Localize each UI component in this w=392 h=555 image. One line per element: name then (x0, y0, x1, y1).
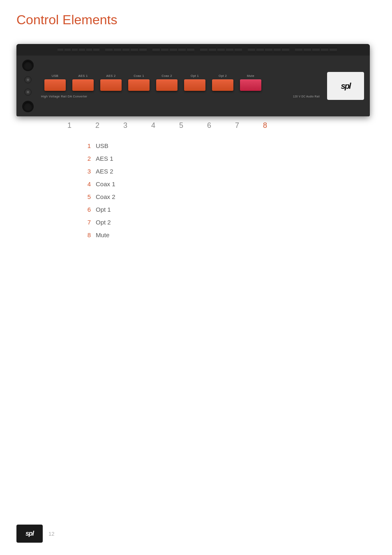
control-btn-coax2[interactable] (156, 79, 178, 91)
legend-num-5: 5 (84, 193, 91, 200)
legend-item-5: 5 Coax 2 (84, 193, 376, 200)
control-label-aes1: AES 1 (78, 74, 88, 78)
page-title: Control Elements (16, 12, 376, 28)
number-3: 3 (111, 121, 139, 130)
legend-num-2: 2 (84, 155, 91, 162)
control-btn-opt1[interactable] (184, 79, 205, 91)
legend-label-5: Coax 2 (96, 193, 115, 200)
number-row: 1 2 3 4 5 6 7 8 (55, 121, 376, 130)
footer-logo-text: spl (25, 530, 34, 537)
control-btn-usb[interactable] (44, 79, 66, 91)
legend-label-7: Opt 2 (96, 219, 111, 226)
control-col-opt1: Opt 1 (181, 74, 209, 91)
control-btn-coax1[interactable] (128, 79, 150, 91)
device-controls-area: USB AES 1 AES 2 Coax 1 (41, 74, 320, 98)
control-col-mute: Mute (237, 74, 265, 91)
power-button-bottom (22, 101, 34, 112)
device-logo-text: spl (341, 81, 350, 91)
power-button-small-1 (24, 76, 32, 83)
legend-item-3: 3 AES 2 (84, 168, 376, 175)
legend-num-8: 8 (84, 231, 91, 238)
legend-num-6: 6 (84, 206, 91, 213)
device-bottom-labels: High Voltage Rail DA Converter 120 V DC … (41, 95, 320, 98)
number-8: 8 (251, 121, 279, 130)
page-number: 12 (48, 531, 54, 537)
legend-label-1: USB (96, 142, 108, 149)
control-btn-mute[interactable] (240, 79, 261, 91)
legend-label-3: AES 2 (96, 168, 113, 175)
page-footer: spl 12 (16, 525, 54, 543)
legend-item-7: 7 Opt 2 (84, 219, 376, 226)
number-6: 6 (195, 121, 223, 130)
legend-item-2: 2 AES 1 (84, 155, 376, 162)
device-logo-panel: spl (327, 72, 364, 100)
control-col-aes2: AES 2 (97, 74, 125, 91)
legend-item-8: 8 Mute (84, 231, 376, 238)
number-4: 4 (139, 121, 167, 130)
control-label-coax2: Coax 2 (161, 74, 172, 78)
control-label-aes2: AES 2 (106, 74, 116, 78)
power-button-small-2 (24, 88, 32, 96)
control-label-mute: Mute (247, 74, 254, 78)
number-5: 5 (167, 121, 195, 130)
device-left-panel (22, 60, 36, 112)
device-vents (16, 44, 370, 56)
legend-label-8: Mute (96, 231, 109, 238)
legend-item-4: 4 Coax 1 (84, 180, 376, 187)
control-col-opt2: Opt 2 (209, 74, 237, 91)
legend-label-4: Coax 1 (96, 180, 115, 187)
legend-num-4: 4 (84, 180, 91, 187)
legend-num-7: 7 (84, 219, 91, 226)
control-col-coax1: Coax 1 (125, 74, 153, 91)
control-btn-aes1[interactable] (72, 79, 94, 91)
footer-logo: spl (16, 525, 43, 543)
controls-row: USB AES 1 AES 2 Coax 1 (41, 74, 320, 91)
device-body: USB AES 1 AES 2 Coax 1 (16, 44, 370, 116)
control-label-coax1: Coax 1 (134, 74, 144, 78)
number-7: 7 (223, 121, 251, 130)
control-col-coax2: Coax 2 (153, 74, 181, 91)
device-face: USB AES 1 AES 2 Coax 1 (16, 56, 370, 116)
power-button-top (22, 60, 34, 71)
control-btn-opt2[interactable] (212, 79, 233, 91)
control-label-opt1: Opt 1 (191, 74, 199, 78)
legend-num-1: 1 (84, 142, 91, 149)
legend-item-6: 6 Opt 1 (84, 206, 376, 213)
device-label-left: High Voltage Rail DA Converter (41, 95, 88, 98)
control-btn-aes2[interactable] (100, 79, 122, 91)
legend-item-1: 1 USB (84, 142, 376, 149)
device-label-right: 120 V DC Audio Rail (293, 95, 320, 98)
legend-label-6: Opt 1 (96, 206, 111, 213)
control-label-opt2: Opt 2 (219, 74, 227, 78)
legend-num-3: 3 (84, 168, 91, 175)
control-col-usb: USB (41, 74, 69, 91)
legend-label-2: AES 1 (96, 155, 113, 162)
legend-list: 1 USB 2 AES 1 3 AES 2 4 Coax 1 5 Coax 2 … (84, 142, 376, 238)
device-illustration: USB AES 1 AES 2 Coax 1 (16, 44, 376, 116)
control-label-usb: USB (52, 74, 58, 78)
control-col-aes1: AES 1 (69, 74, 97, 91)
number-1: 1 (55, 121, 83, 130)
number-2: 2 (83, 121, 111, 130)
